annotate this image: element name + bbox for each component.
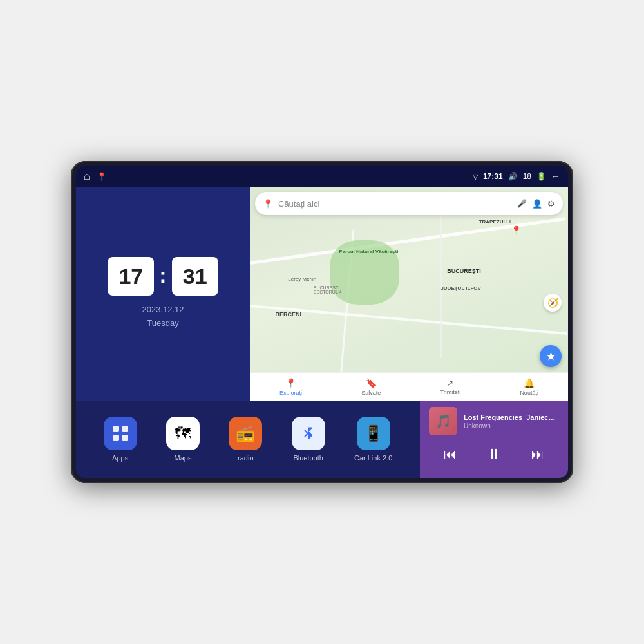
clock-hour: 17 (108, 257, 154, 296)
battery-icon: 🔋 (536, 172, 546, 181)
map-search-placeholder[interactable]: Căutați aici (278, 199, 512, 209)
home-icon[interactable]: ⌂ (84, 171, 90, 182)
map-label-trapezului: TRAPEZULUI (479, 219, 512, 225)
music-artist: Unknown (464, 422, 559, 430)
clock-date-value: 2023.12.12 (142, 303, 184, 317)
app-item-apps[interactable]: Apps (104, 417, 137, 462)
map-search-bar[interactable]: 📍 Căutați aici 🎤 👤 ⚙ (255, 192, 563, 215)
status-time: 17:31 (483, 172, 503, 181)
map-send-label: Trimiteți (440, 389, 461, 395)
map-nav-send[interactable]: ↗ Trimiteți (440, 379, 461, 395)
clock-colon: : (159, 263, 166, 288)
map-label-berceni: BERCENI (276, 311, 302, 317)
map-news-label: Noutăți (520, 390, 538, 396)
car-display-device: ⌂ 📍 ▽ 17:31 🔊 18 🔋 ← 17 : (71, 161, 573, 483)
app-label-bluetooth: Bluetooth (293, 454, 323, 462)
volume-icon[interactable]: 🔊 (508, 172, 518, 181)
app-icon-apps (104, 417, 137, 450)
app-item-bluetooth[interactable]: Bluetooth (292, 417, 325, 462)
clock-day-value: Tuesday (142, 317, 184, 330)
map-nav-explore[interactable]: 📍 Explorați (279, 378, 302, 396)
music-title: Lost Frequencies_Janieck Devy-... (464, 413, 559, 421)
map-nav-news[interactable]: 🔔 Noutăți (520, 378, 538, 396)
signal-strength: 18 (523, 172, 531, 181)
svg-rect-0 (113, 426, 119, 432)
map-background: BUCUREȘTI JUDEȚUL ILFOV Parcul Natural V… (250, 187, 568, 401)
main-content: 17 : 31 2023.12.12 Tuesday (76, 187, 568, 478)
app-label-radio: radio (238, 454, 253, 462)
music-next-button[interactable]: ⏭ (526, 444, 549, 464)
map-saved-icon: 🔖 (366, 378, 377, 388)
music-prev-button[interactable]: ⏮ (439, 444, 462, 464)
device-screen: ⌂ 📍 ▽ 17:31 🔊 18 🔋 ← 17 : (76, 166, 568, 478)
clock-date: 2023.12.12 Tuesday (142, 303, 184, 330)
app-item-radio[interactable]: 📻 radio (229, 417, 262, 462)
clock-display: 17 : 31 (108, 257, 218, 296)
map-bottom-nav: 📍 Explorați 🔖 Salvate ↗ Trimiteți 🔔 (250, 372, 568, 401)
map-nav-saved[interactable]: 🔖 Salvate (361, 378, 381, 396)
map-saved-label: Salvate (361, 390, 381, 396)
location-icon: ▽ (473, 173, 478, 181)
map-explore-icon: 📍 (285, 378, 296, 388)
clock-minute: 31 (172, 257, 218, 296)
map-news-icon: 🔔 (524, 378, 535, 388)
map-search-pin-icon: 📍 (263, 199, 273, 209)
map-send-icon: ↗ (447, 379, 453, 388)
map-account-icon[interactable]: 👤 (532, 199, 542, 209)
svg-rect-3 (122, 435, 128, 441)
app-icon-bluetooth (292, 417, 325, 450)
music-text: Lost Frequencies_Janieck Devy-... Unknow… (464, 413, 559, 430)
app-label-apps: Apps (112, 454, 128, 462)
svg-rect-2 (113, 435, 119, 441)
status-left: ⌂ 📍 (84, 171, 107, 182)
apps-section: Apps 🗺 Maps 📻 radio (76, 401, 420, 478)
app-icon-maps: 🗺 (166, 417, 200, 450)
map-label-sector4: BUCUREȘTISECTORUL 4 (314, 285, 342, 294)
top-section: 17 : 31 2023.12.12 Tuesday (76, 187, 568, 401)
status-bar: ⌂ 📍 ▽ 17:31 🔊 18 🔋 ← (76, 166, 568, 187)
app-item-carlink[interactable]: 📱 Car Link 2.0 (354, 417, 392, 462)
clock-widget: 17 : 31 2023.12.12 Tuesday (76, 187, 250, 401)
map-location-pin: 📍 (511, 225, 522, 236)
map-zoom-fab[interactable]: ★ (540, 345, 562, 367)
svg-rect-1 (122, 426, 128, 432)
app-icon-radio: 📻 (229, 417, 262, 450)
map-explore-label: Explorați (279, 390, 302, 396)
map-voice-icon[interactable]: 🎤 (517, 199, 527, 208)
back-button[interactable]: ← (551, 171, 560, 182)
map-widget[interactable]: BUCUREȘTI JUDEȚUL ILFOV Parcul Natural V… (250, 187, 568, 401)
map-label-leroy: Leroy Merlin (288, 276, 316, 282)
map-compass[interactable]: 🧭 (544, 294, 562, 312)
music-track-info: 🎵 Lost Frequencies_Janieck Devy-... Unkn… (429, 407, 559, 435)
map-settings-icon[interactable]: ⚙ (547, 199, 555, 209)
music-player: 🎵 Lost Frequencies_Janieck Devy-... Unkn… (420, 401, 568, 478)
music-controls: ⏮ ⏸ ⏭ (429, 443, 559, 465)
map-label-parc: Parcul Natural Văcărești (339, 249, 398, 254)
status-right: ▽ 17:31 🔊 18 🔋 ← (473, 171, 560, 182)
app-label-carlink: Car Link 2.0 (354, 454, 392, 462)
maps-status-icon[interactable]: 📍 (97, 172, 107, 182)
map-label-bucuresti: BUCUREȘTI (447, 268, 481, 274)
app-item-maps[interactable]: 🗺 Maps (166, 417, 200, 462)
music-album-art: 🎵 (429, 407, 457, 435)
app-label-maps: Maps (175, 454, 192, 462)
bottom-section: Apps 🗺 Maps 📻 radio (76, 401, 568, 478)
app-icon-carlink: 📱 (357, 417, 390, 450)
map-label-ilfov: JUDEȚUL ILFOV (440, 285, 481, 291)
music-play-button[interactable]: ⏸ (482, 443, 506, 465)
